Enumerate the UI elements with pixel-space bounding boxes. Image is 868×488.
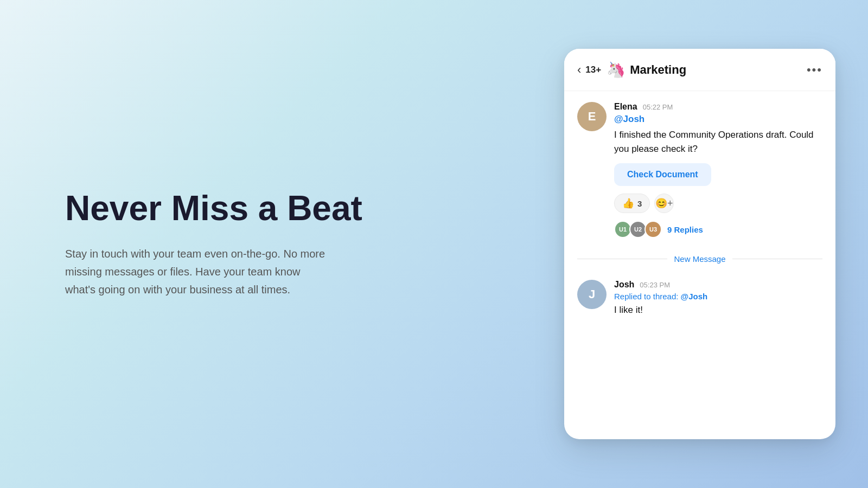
divider-line-left (577, 259, 667, 259)
chat-header: ‹ 13+ 🦄 Marketing ••• (564, 49, 835, 91)
sender-name-elena: Elena (614, 102, 637, 112)
timestamp-elena: 05:22 PM (643, 103, 673, 111)
chat-body: E Elena 05:22 PM @Josh I finished the Co… (564, 91, 835, 439)
message-text-elena: I finished the Community Operations draf… (614, 128, 822, 156)
avatar-elena: E (577, 102, 607, 131)
more-options-button[interactable]: ••• (807, 63, 822, 77)
message-content-elena: Elena 05:22 PM @Josh I finished the Comm… (614, 102, 822, 238)
thumbsup-emoji-icon: 👍 (622, 197, 634, 209)
message-block-elena: E Elena 05:22 PM @Josh I finished the Co… (564, 91, 835, 249)
timestamp-josh: 05:23 PM (640, 281, 670, 289)
replied-to-mention[interactable]: @Josh (681, 292, 708, 301)
hero-subtitle: Stay in touch with your team even on-the… (65, 245, 326, 299)
new-message-label: New Message (674, 254, 725, 264)
message-text-josh: I like it! (614, 303, 822, 317)
replies-row-elena: U1 U2 U3 9 Replies (614, 221, 822, 238)
channel-emoji-icon: 🦄 (607, 61, 626, 79)
add-reaction-button[interactable]: 😊+ (654, 194, 674, 213)
message-meta-elena: Elena 05:22 PM (614, 102, 822, 112)
sender-name-josh: Josh (614, 280, 634, 290)
reactions-elena: 👍 3 😊+ (614, 194, 822, 213)
add-reaction-icon: 😊+ (655, 197, 673, 209)
reply-avatar-3: U3 (644, 221, 662, 238)
thumbsup-count: 3 (637, 199, 642, 208)
back-button[interactable]: ‹ (577, 63, 581, 77)
reply-avatars: U1 U2 U3 (614, 221, 660, 238)
replies-link[interactable]: 9 Replies (667, 225, 703, 234)
member-count: 13+ (585, 65, 601, 75)
left-panel: Never Miss a Beat Stay in touch with you… (0, 146, 564, 342)
check-document-button[interactable]: Check Document (614, 163, 711, 186)
right-panel: ‹ 13+ 🦄 Marketing ••• E Elena 05:22 PM (564, 49, 868, 439)
phone-card: ‹ 13+ 🦄 Marketing ••• E Elena 05:22 PM (564, 49, 835, 439)
mention-elena[interactable]: @Josh (614, 114, 822, 125)
divider-line-right (732, 259, 822, 259)
message-meta-josh: Josh 05:23 PM (614, 280, 822, 290)
avatar-josh: J (577, 280, 607, 309)
thumbsup-reaction[interactable]: 👍 3 (614, 194, 650, 213)
message-content-josh: Josh 05:23 PM Replied to thread: @Josh I… (614, 280, 822, 325)
new-message-divider: New Message (564, 249, 835, 269)
channel-name: Marketing (630, 63, 807, 77)
message-block-josh: J Josh 05:23 PM Replied to thread: @Josh… (564, 269, 835, 336)
replied-to-label: Replied to thread: @Josh (614, 292, 822, 301)
hero-title: Never Miss a Beat (65, 189, 532, 227)
